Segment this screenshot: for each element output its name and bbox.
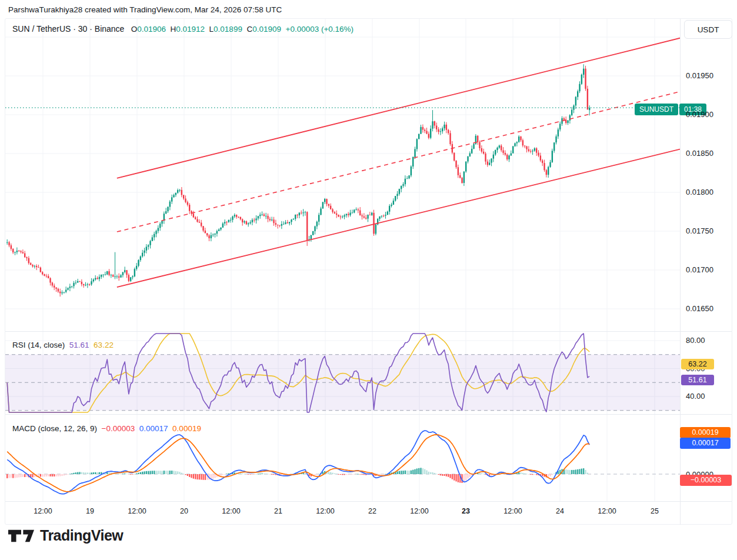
open-label: O	[131, 25, 138, 34]
time-axis-label: 24	[546, 507, 574, 515]
price-scale-label: 0.01800	[686, 187, 732, 198]
macd-signal-badge: 0.00019	[680, 427, 731, 438]
time-axis-label: 12:00	[123, 507, 151, 515]
tradingview-logo[interactable]: TradingView	[8, 527, 123, 544]
time-scale[interactable]	[5, 502, 680, 525]
time-axis-label: 21	[264, 507, 292, 515]
symbol-badge-label: SUNUSDT	[635, 104, 678, 115]
rsi-value-badge: 51.61	[681, 375, 714, 385]
time-axis-label: 12:00	[217, 507, 245, 515]
main-chart-pane[interactable]	[5, 19, 680, 331]
rsi-value: 51.61	[69, 341, 89, 349]
close-value: 0.01909	[252, 25, 281, 34]
rsi-title[interactable]: RSI (14, close)	[12, 341, 65, 349]
macd-legend: MACD (close, 12, 26, 9) −0.00003 0.00017…	[12, 424, 201, 433]
macd-hist-badge: −0.00003	[680, 475, 732, 486]
price-scale-label: 0.01650	[686, 304, 732, 314]
high-value: 0.01912	[176, 25, 205, 34]
low-label: L	[209, 25, 214, 34]
attribution-text: ParshwaTurakhiya28 created with TradingV…	[8, 5, 282, 14]
close-label: C	[246, 25, 252, 34]
time-axis-label: 12:00	[311, 507, 339, 515]
tradingview-snapshot: ParshwaTurakhiya28 created with TradingV…	[0, 0, 737, 560]
main-legend: SUN / TetherUS · 30 · Binance O0.01906 H…	[12, 24, 354, 34]
time-axis-label: 12:00	[593, 507, 621, 515]
rsi-ma-badge: 63.22	[681, 359, 714, 369]
time-axis-label: 19	[76, 507, 104, 515]
rsi-scale-label: 80.00	[686, 335, 732, 346]
price-scale-label: 0.01950	[686, 71, 732, 81]
change-value: +0.00003 (+0.16%)	[286, 25, 354, 34]
macd-signal-value: 0.00019	[172, 424, 201, 433]
price-scale-label: 0.01750	[686, 226, 732, 236]
time-axis-label: 20	[170, 507, 198, 515]
rsi-legend: RSI (14, close) 51.61 63.22	[12, 341, 114, 349]
rsi-scale-label: 40.00	[686, 391, 732, 402]
time-axis-label: 12:00	[499, 507, 527, 515]
macd-line-badge: 0.00017	[680, 438, 731, 449]
time-axis-label: 22	[358, 507, 386, 515]
pane-separator[interactable]	[5, 414, 732, 415]
time-axis-label: 25	[641, 507, 669, 515]
time-axis-label: 12:00	[29, 507, 57, 515]
time-axis-label: 12:00	[405, 507, 433, 515]
open-value: 0.01906	[137, 25, 166, 34]
high-label: H	[171, 25, 176, 34]
price-scale-label: 0.01700	[686, 265, 732, 275]
chart-container: SUN / TetherUS · 30 · Binance O0.01906 H…	[5, 18, 732, 525]
symbol-title[interactable]: SUN / TetherUS · 30 · Binance	[12, 24, 124, 34]
tradingview-logo-icon	[8, 528, 34, 544]
price-scale-label: 0.01900	[686, 109, 732, 120]
rsi-ma-value: 63.22	[94, 341, 114, 349]
time-axis-label: 23	[452, 507, 480, 515]
price-scale-label: 0.01850	[686, 148, 732, 159]
tradingview-logo-text: TradingView	[40, 527, 123, 544]
macd-line-value: 0.00017	[139, 424, 168, 433]
macd-title[interactable]: MACD (close, 12, 26, 9)	[12, 424, 97, 433]
pane-separator[interactable]	[5, 331, 732, 332]
macd-hist-value: −0.00003	[102, 424, 135, 433]
low-value: 0.01899	[214, 25, 242, 34]
